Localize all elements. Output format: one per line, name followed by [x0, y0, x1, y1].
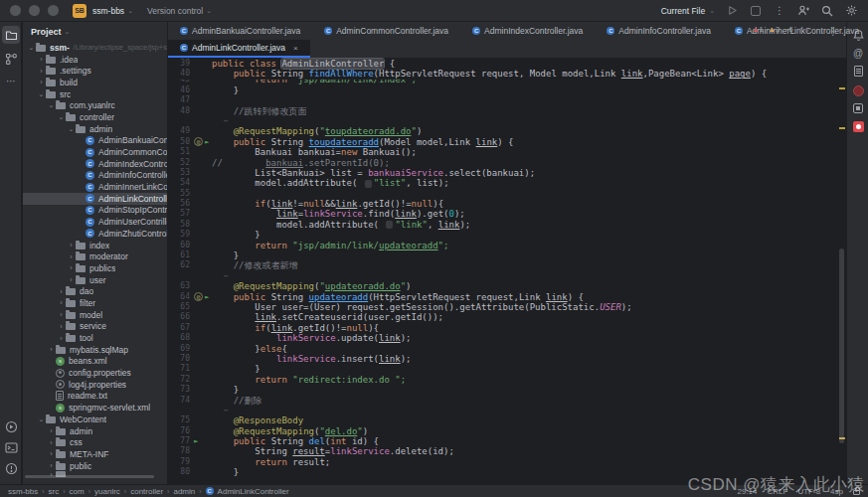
file-encoding[interactable]: UTF-8 — [797, 487, 820, 496]
tree-item-moderator[interactable]: ›moderator — [23, 250, 167, 262]
code-line[interactable]: 55 — [168, 189, 846, 199]
tree-item--idea[interactable]: ›.idea — [23, 54, 167, 66]
code-line[interactable]: 63 @RequestMapping("updateoradd.do") — [168, 281, 846, 291]
code-line[interactable]: 69 }else{ — [168, 344, 846, 354]
chevron-expanded-icon[interactable]: ⌄ — [37, 90, 46, 98]
run-button[interactable] — [725, 4, 739, 18]
chevron-expanded-icon[interactable]: ⌄ — [37, 415, 46, 423]
chevron-collapsed-icon[interactable]: › — [57, 335, 66, 342]
tree-item-adminindexcontroller[interactable]: AdminIndexController — [23, 158, 167, 170]
chevron-collapsed-icon[interactable]: › — [37, 79, 46, 85]
tree-item-admininfocontroller[interactable]: AdminInfoController — [23, 170, 167, 182]
code-editor[interactable]: 39public class AdminLinkController {40 p… — [168, 58, 846, 484]
read-only-lock-icon[interactable] — [853, 490, 860, 495]
tree-item-adminbankuaicontroller[interactable]: AdminBankuaiController — [23, 135, 167, 147]
code-line[interactable]: 54 model.addAttribute( "list", list); — [168, 178, 846, 188]
chevron-collapsed-icon[interactable]: › — [57, 323, 66, 330]
breadcrumb-item[interactable]: controller — [130, 487, 163, 496]
tree-item-springmvc-servlet-xml[interactable]: springmvc-servlet.xml — [23, 402, 167, 414]
code-line[interactable]: 70 linkService.insert(link); — [168, 354, 846, 364]
breadcrumb-item[interactable]: admin — [173, 487, 195, 496]
code-line[interactable]: 73 } — [168, 385, 846, 395]
chevron-collapsed-icon[interactable]: › — [57, 299, 66, 306]
navigation-breadcrumbs[interactable]: ssm-bbs›src›com›yuanlrc›controller›admin… — [8, 487, 289, 496]
tree-item-index[interactable]: ›index — [23, 240, 167, 251]
code-line[interactable]: 58 model.addAttribute( "link", link); — [168, 220, 846, 230]
chevron-collapsed-icon[interactable]: › — [67, 253, 76, 260]
code-line[interactable]: 48 //跳转到修改页面 — [168, 106, 846, 116]
tree-item-com-yuanlrc[interactable]: ⌄com.yuanlrc — [23, 99, 167, 111]
code-line[interactable]: 68 linkService.update(link); — [168, 333, 846, 343]
run-gutter-icon[interactable]: ► — [205, 137, 209, 147]
chevron-collapsed-icon[interactable]: › — [47, 346, 56, 353]
breadcrumb-item[interactable]: src — [49, 487, 60, 496]
code-line[interactable]: 53 List<Bankuai> list = bankuaiService.s… — [168, 168, 846, 178]
code-line[interactable]: 56 if(link!=null&&link.getId()!=null){ — [168, 199, 846, 209]
code-line[interactable]: 39public class AdminLinkController { — [168, 59, 846, 69]
chevron-expanded-icon[interactable]: ⌄ — [67, 125, 76, 133]
tree-item-css[interactable]: ›css — [23, 436, 167, 448]
run-gutter-icon[interactable]: ► — [205, 292, 209, 302]
tree-item-public[interactable]: ›public — [23, 460, 167, 472]
ai-assistant-icon[interactable]: @ — [849, 44, 867, 62]
tree-item-service[interactable]: ›service — [23, 321, 167, 333]
chevron-collapsed-icon[interactable]: › — [47, 427, 56, 434]
chevron-expanded-icon[interactable]: ⌄ — [47, 101, 56, 109]
tree-item--settings[interactable]: ›.settings — [23, 65, 167, 77]
build-button[interactable] — [749, 4, 763, 18]
tree-item-log4j-properties[interactable]: log4j.properties — [23, 379, 167, 391]
chevron-expanded-icon[interactable]: ⌄ — [27, 44, 36, 52]
code-line[interactable]: 62 //修改或者新增 — [168, 260, 846, 270]
tree-item-publics[interactable]: ›publics — [23, 262, 167, 274]
code-line[interactable]: 60 return "jsp/admin/link/updateoradd"; — [168, 241, 846, 250]
code-line[interactable]: 72 return "redirect:index.do "; — [168, 375, 846, 385]
vcs-menu[interactable]: Version control — [147, 6, 203, 16]
close-icon[interactable]: × — [293, 44, 298, 53]
tree-item-mybatis-sqlmap[interactable]: ›mybatis.sqlMap — [23, 344, 167, 356]
code-inlay-row[interactable]: ⋯ — [168, 406, 846, 415]
scrollbar-thumb[interactable] — [839, 248, 844, 443]
prev-next-problem-arrows[interactable]: ∧∨ — [798, 26, 812, 34]
breadcrumb-item[interactable]: ssm-bbs — [8, 487, 38, 496]
plugin-toolwindow-icon-3[interactable] — [849, 117, 867, 135]
code-line[interactable]: 49 @RequestMapping("toupdateoradd.do") — [168, 126, 846, 136]
inspections-widget[interactable]: ▲1 ▲3 ~6 ∧∨ — [752, 25, 812, 34]
window-minimize-button[interactable] — [29, 5, 40, 16]
code-line[interactable]: 40 public String findAllWhere(HttpServle… — [168, 69, 846, 79]
tree-item-build[interactable]: ›build — [23, 77, 167, 88]
problems-toolwindow-icon[interactable] — [2, 459, 20, 477]
tree-item-admin[interactable]: ⌄admin — [23, 123, 167, 135]
commit-toolwindow-icon[interactable] — [2, 50, 20, 68]
tree-item-readme-txt[interactable]: readme.txt — [23, 391, 167, 403]
terminal-toolwindow-icon[interactable] — [2, 438, 20, 456]
chevron-collapsed-icon[interactable]: › — [67, 242, 76, 248]
project-toolwindow-icon[interactable] — [2, 26, 20, 44]
tree-item-filter[interactable]: ›filter — [23, 297, 167, 309]
code-line[interactable]: 67 if(link.getId()!=null){ — [168, 323, 846, 333]
tree-item-controller[interactable]: ⌄controller — [23, 111, 167, 123]
tree-item-webcontent[interactable]: ⌄WebContent — [23, 414, 167, 425]
tree-item-adminzhuticontroller[interactable]: AdminZhutiController — [23, 228, 167, 240]
editor-tab[interactable]: AdminInfoController.java — [595, 22, 723, 40]
plugin-toolwindow-icon-1[interactable] — [849, 82, 867, 99]
breadcrumb-item[interactable]: yuanlrc — [94, 487, 120, 496]
tree-item-tool[interactable]: ›tool — [23, 332, 167, 344]
caret-position[interactable]: 29:14 — [738, 487, 758, 496]
code-line[interactable]: 76 @RequestMapping("del.do") — [168, 426, 846, 436]
tree-item-model[interactable]: ›model — [23, 309, 167, 321]
code-line[interactable]: 51 Bankuai bankuai=new Bankuai(); — [168, 147, 846, 157]
code-line[interactable]: 47 — [168, 95, 846, 105]
code-line[interactable]: 79 return result; — [168, 457, 846, 467]
code-line[interactable]: 77► public String del(int id) { — [168, 436, 846, 446]
chevron-expanded-icon[interactable]: ⌄ — [57, 113, 66, 121]
line-ending[interactable]: CRLF — [768, 487, 788, 496]
code-line[interactable]: 80 } — [168, 467, 846, 477]
project-panel-header[interactable]: Project ⌄ — [23, 22, 167, 42]
code-inlay-row[interactable]: ⋯ — [168, 116, 846, 126]
editor-scrollbar[interactable] — [838, 58, 845, 484]
run-toolwindow-icon[interactable] — [2, 417, 20, 435]
chevron-collapsed-icon[interactable]: › — [67, 264, 76, 271]
chevron-collapsed-icon[interactable]: › — [37, 68, 46, 75]
run-configuration-selector[interactable]: Current File — [661, 6, 705, 16]
tree-item-admincommoncontroller[interactable]: AdminCommonController — [23, 146, 167, 158]
